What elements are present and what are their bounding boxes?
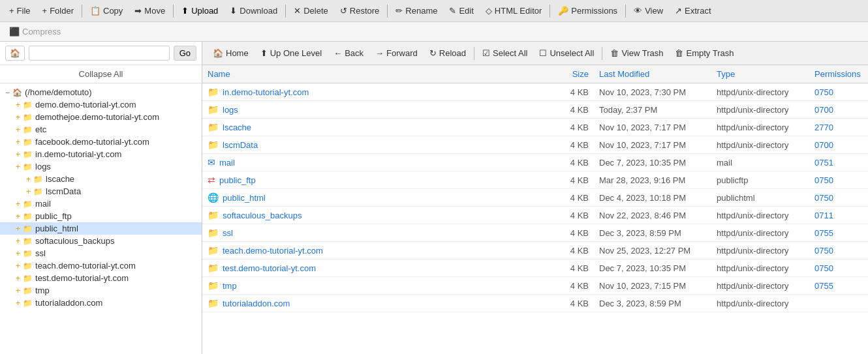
tree-item-label: in.demo-tutorial-yt.com <box>35 149 121 159</box>
tree-item-lscmData[interactable]: +📁lscmData <box>0 185 202 198</box>
tree-minus-icon: − <box>5 88 10 97</box>
tree-item-label: softaculous_backups <box>35 236 114 246</box>
move-button[interactable]: ➡ Move <box>129 4 170 18</box>
file-button[interactable]: + File <box>4 4 36 18</box>
folder-icon: 📁 <box>23 261 33 271</box>
file-type-4: mail <box>711 154 809 171</box>
tree-item-public_html[interactable]: +📁public_html <box>0 222 202 235</box>
back-button[interactable]: ← Back <box>328 46 369 60</box>
tree-item-tmp[interactable]: +📁tmp <box>0 284 202 297</box>
file-link[interactable]: lscache <box>223 123 251 132</box>
path-input[interactable] <box>29 46 170 61</box>
collapse-all-button[interactable]: Collapse All <box>79 69 123 79</box>
tree-item-public_ftp[interactable]: +📁public_ftp <box>0 210 202 222</box>
col-permissions-header[interactable]: Permissions <box>809 65 868 83</box>
sep6 <box>625 5 626 18</box>
restore-button[interactable]: ↺ Restore <box>335 4 385 18</box>
file-link[interactable]: lscmData <box>223 140 258 150</box>
back-label: Back <box>345 48 364 58</box>
file-link[interactable]: in.demo-tutorial-yt.com <box>223 87 309 97</box>
view-button[interactable]: 👁 View <box>628 4 668 18</box>
extract-button[interactable]: ↗ Extract <box>670 4 716 18</box>
select-all-button[interactable]: ☑ Select All <box>477 46 533 60</box>
tree-item-label: facebook.demo-tutorial-yt.com <box>35 137 149 147</box>
second-toolbar: ⬛ Compress <box>0 22 868 42</box>
tree-home-icon: 🏠 <box>12 88 22 97</box>
file-link[interactable]: logs <box>223 105 238 115</box>
file-type-0: httpd/unix-directory <box>711 83 809 101</box>
tree-item-demo-demo-tutorial-yt.com[interactable]: +📁demo.demo-tutorial-yt.com <box>0 98 202 111</box>
tree-item-softaculous_backups[interactable]: +📁softaculous_backups <box>0 235 202 247</box>
file-link[interactable]: mail <box>219 158 235 168</box>
file-size-2: 4 KB <box>555 119 594 136</box>
file-modified-7: Nov 22, 2023, 8:46 PM <box>594 207 711 224</box>
tree-item-facebook-demo-tutorial-yt.com[interactable]: +📁facebook.demo-tutorial-yt.com <box>0 136 202 148</box>
file-table-body: 📁 in.demo-tutorial-yt.com 4 KB Nov 10, 2… <box>202 83 868 312</box>
col-size-header[interactable]: Size <box>555 65 594 83</box>
upload-icon: ⬆ <box>181 6 189 16</box>
html-editor-button[interactable]: ◇ HTML Editor <box>480 4 547 18</box>
unselect-all-button[interactable]: ☐ Unselect All <box>534 46 599 60</box>
tree-item-mail[interactable]: +📁mail <box>0 198 202 210</box>
file-sep2 <box>602 47 602 60</box>
table-row: 📁 in.demo-tutorial-yt.com 4 KB Nov 10, 2… <box>202 83 868 101</box>
file-permissions-3: 0700 <box>809 136 868 154</box>
rename-label: Rename <box>405 6 437 16</box>
move-icon: ➡ <box>134 6 142 16</box>
delete-button[interactable]: ✕ Delete <box>288 4 333 18</box>
tree-item-ssl[interactable]: +📁ssl <box>0 247 202 259</box>
tree-folder-icon: + <box>26 175 31 184</box>
col-name-header[interactable]: Name <box>202 65 555 83</box>
edit-label: Edit <box>459 6 473 16</box>
file-permissions-2: 2770 <box>809 119 868 136</box>
folder-icon: 📁 <box>23 299 33 308</box>
file-link[interactable]: tmp <box>223 281 237 291</box>
tree-item-demothejoe-demo-tutorial-yt.com[interactable]: +📁demothejoe.demo-tutorial-yt.com <box>0 111 202 123</box>
reload-label: Reload <box>439 48 466 58</box>
col-type-header[interactable]: Type <box>711 65 809 83</box>
main-layout: 🏠 Go Collapse All −🏠(/home/demotuto)+📁de… <box>0 42 868 354</box>
file-link[interactable]: softaculous_backups <box>223 211 302 220</box>
file-link[interactable]: test.demo-tutorial-yt.com <box>223 263 316 273</box>
tree-item-logs[interactable]: +📁logs <box>0 160 202 173</box>
tree-item-root[interactable]: −🏠(/home/demotuto) <box>0 86 202 98</box>
file-link[interactable]: ssl <box>223 228 233 238</box>
permissions-button[interactable]: 🔑 Permissions <box>553 4 623 18</box>
up-one-level-button[interactable]: ⬆ Up One Level <box>255 46 328 60</box>
tree-folder-icon: + <box>16 150 20 159</box>
reload-button[interactable]: ↻ Reload <box>424 46 471 60</box>
restore-label: Restore <box>350 6 380 16</box>
file-link[interactable]: tutorialaddon.com <box>223 299 290 308</box>
forward-button[interactable]: → Forward <box>370 46 423 60</box>
tree-item-test-demo-tutorial-yt.com[interactable]: +📁test.demo-tutorial-yt.com <box>0 272 202 284</box>
file-type-1: httpd/unix-directory <box>711 101 809 119</box>
tree-folder-icon: + <box>16 212 20 221</box>
tree-item-etc[interactable]: +📁etc <box>0 123 202 136</box>
rename-button[interactable]: ✏ Rename <box>390 4 442 18</box>
tree-item-tutorialaddon-com[interactable]: +📁tutorialaddon.com <box>0 297 202 309</box>
table-row: 📁 ssl 4 KB Dec 3, 2023, 8:59 PM httpd/un… <box>202 224 868 242</box>
home-icon-button[interactable]: 🏠 <box>5 46 25 61</box>
file-link[interactable]: public_html <box>223 193 266 203</box>
upload-button[interactable]: ⬆ Upload <box>176 4 223 18</box>
forward-icon: → <box>375 48 384 58</box>
go-button[interactable]: Go <box>174 46 196 61</box>
folder-icon: 📁 <box>23 237 33 246</box>
tree-folder-icon: + <box>16 125 20 134</box>
folder-icon: 📁 <box>33 175 43 184</box>
file-link[interactable]: teach.demo-tutorial-yt.com <box>223 246 323 256</box>
file-permissions-1: 0700 <box>809 101 868 119</box>
edit-button[interactable]: ✎ Edit <box>444 4 478 18</box>
col-modified-header[interactable]: Last Modified <box>594 65 711 83</box>
folder-button[interactable]: + Folder <box>37 4 79 18</box>
download-button[interactable]: ⬇ Download <box>225 4 283 18</box>
tree-item-in-demo-tutorial-yt.com[interactable]: +📁in.demo-tutorial-yt.com <box>0 148 202 160</box>
tree-item-teach-demo-tutorial-yt.com[interactable]: +📁teach.demo-tutorial-yt.com <box>0 259 202 272</box>
copy-button[interactable]: 📋 Copy <box>85 4 128 18</box>
tree-item-lscache[interactable]: +📁lscache <box>0 173 202 185</box>
empty-trash-button[interactable]: 🗑 Empty Trash <box>670 46 739 60</box>
view-trash-button[interactable]: 🗑 View Trash <box>605 46 668 60</box>
home-nav-button[interactable]: 🏠 Home <box>208 46 254 60</box>
file-permissions-9: 0750 <box>809 242 868 259</box>
file-link[interactable]: public_ftp <box>219 175 256 185</box>
